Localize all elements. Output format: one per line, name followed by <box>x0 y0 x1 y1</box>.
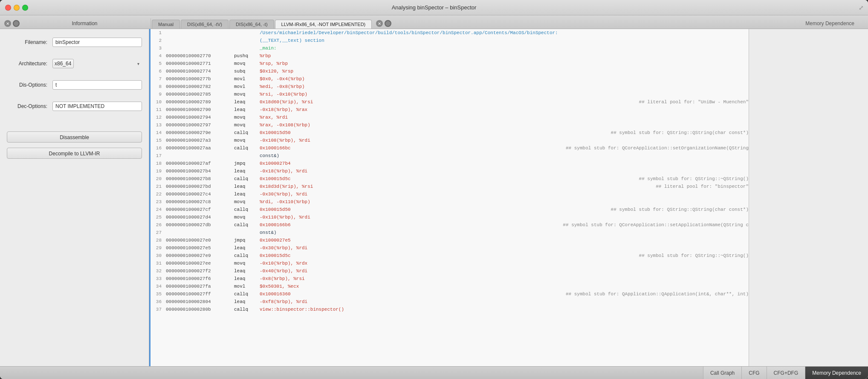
line-number: 23 <box>150 198 166 205</box>
line-operands: %rdi, -0x110(%rbp) <box>260 198 749 205</box>
table-row: 2(__TEXT,__text) section <box>150 37 749 44</box>
line-operands: -0x40(%rbp), %rdi <box>260 268 749 274</box>
line-operands: $0x120, %rsp <box>260 68 749 75</box>
line-operands: /Users/michaelriedel/Developer/binSpecto… <box>260 29 749 36</box>
toolbar-left: ✕ Information <box>2 18 151 29</box>
table-row: 2600000001000027dbcallq0x1000166b6 ## sy… <box>150 221 749 229</box>
line-number: 19 <box>150 168 166 175</box>
line-address: 00000001000027e0 <box>166 237 234 244</box>
tab-dis-t[interactable]: DIS(x86_64, -t) <box>229 20 274 29</box>
toolbar-right-circle-icon[interactable] <box>385 20 391 27</box>
tab-manual[interactable]: Manual <box>152 20 180 29</box>
table-row: 7000000010000277bmovl$0x0, -0x4(%rbp) <box>150 75 749 83</box>
line-address: 0000000100002774 <box>166 68 234 75</box>
line-mnemonic: movq <box>234 60 260 67</box>
table-row: 17const&) <box>150 152 749 160</box>
tab-dis-tv[interactable]: DIS(x86_64, -tV) <box>181 20 229 29</box>
line-mnemonic: callq <box>234 291 260 297</box>
table-row: 1900000001000027b4leaq-0x18(%rbp), %rdi <box>150 167 749 175</box>
line-comment: ## symbol stub for: QString::QString(cha… <box>609 206 749 213</box>
line-operands: -0x10(%rbp), %rdx <box>260 260 749 267</box>
line-number: 28 <box>150 237 166 244</box>
table-row: 80000000100002782movl%edi, -0x8(%rbp) <box>150 83 749 90</box>
line-address: 00000001000027f6 <box>166 275 234 282</box>
table-row: 2200000001000027c4leaq-0x30(%rbp), %rdi <box>150 190 749 198</box>
disassemble-button[interactable]: Disassemble <box>7 131 142 143</box>
line-number: 4 <box>150 52 166 59</box>
table-row: 90000000100002785movq%rsi, -0x10(%rbp) <box>150 90 749 98</box>
line-number: 16 <box>150 145 166 152</box>
table-row: 3200000001000027f2leaq-0x40(%rbp), %rdi <box>150 267 749 275</box>
main-content: Filename: Architecture: x86_64x86_32arma… <box>0 29 868 366</box>
line-address: 00000001000027e5 <box>166 245 234 251</box>
tab-llvm[interactable]: LLVM-IRx86_64, -NOT IMPLEMENTED) <box>275 20 372 29</box>
line-operands: -0x110(%rbp), %rdi <box>260 214 749 221</box>
line-operands: 0x1000027b4 <box>260 160 749 167</box>
tab-cfg-dfg[interactable]: CFG+DFG <box>767 367 805 379</box>
line-mnemonic: pushq <box>234 52 260 59</box>
table-row: 37000000010000280bcallqview::binspector:… <box>150 306 749 313</box>
line-number: 11 <box>150 106 166 113</box>
line-comment: ## symbol stub for: QString::~QString() <box>637 175 749 182</box>
toolbar-circle-icon[interactable] <box>13 20 20 27</box>
line-operands: 0x1000166bc <box>260 145 564 152</box>
line-address: 00000001000027b4 <box>166 168 234 175</box>
decompile-button[interactable]: Decompile to LLVM-IR <box>7 148 142 159</box>
toolbar: ✕ Information Manual DIS(x86_64, -tV) DI… <box>0 15 868 29</box>
line-number: 37 <box>150 306 166 313</box>
line-mnemonic: leaq <box>234 191 260 198</box>
table-row: 100000000100002789leaq0x18d60(%rip), %rs… <box>150 98 749 106</box>
line-number: 34 <box>150 283 166 290</box>
line-operands: 0x1000027e5 <box>260 237 749 244</box>
right-panel-content <box>749 29 868 366</box>
close-button[interactable] <box>5 5 11 11</box>
line-number: 1 <box>150 29 166 36</box>
line-address: 00000001000027af <box>166 160 234 167</box>
line-mnemonic: leaq <box>234 275 260 282</box>
architecture-label: Architecture: <box>7 61 47 67</box>
line-address: 0000000100002804 <box>166 298 234 305</box>
line-operands: 0x100015d5c <box>260 252 637 259</box>
tab-cfg[interactable]: CFG <box>741 367 766 379</box>
line-mnemonic: jmpq <box>234 237 260 244</box>
minimize-button[interactable] <box>14 5 20 11</box>
table-row: 2800000001000027e0jmpq0x1000027e5 <box>150 236 749 244</box>
line-operands: 0x100015d50 <box>260 129 609 136</box>
toolbar-x-icon[interactable]: ✕ <box>4 20 11 27</box>
disoptions-label: Dis-Options: <box>7 82 47 88</box>
line-number: 27 <box>150 229 166 236</box>
table-row: 1/Users/michaelriedel/Developer/binSpect… <box>150 29 749 37</box>
line-address: 00000001000027fa <box>166 283 234 290</box>
table-row: 14000000010000279ecallq0x100015d50 ## sy… <box>150 129 749 137</box>
table-row: 40000000100002770pushq%rbp <box>150 52 749 60</box>
architecture-select[interactable]: x86_64x86_32armarm64 <box>52 59 74 68</box>
line-address: 00000001000027f2 <box>166 268 234 274</box>
line-mnemonic: leaq <box>234 183 260 190</box>
filename-input[interactable] <box>52 38 142 47</box>
line-number: 32 <box>150 268 166 274</box>
maximize-button[interactable] <box>22 5 28 11</box>
line-mnemonic: subq <box>234 68 260 75</box>
table-row: 3300000001000027f6leaq-0x8(%rbp), %rsi <box>150 275 749 283</box>
decoptions-input[interactable] <box>52 102 142 111</box>
tab-call-graph[interactable]: Call Graph <box>703 367 741 379</box>
line-mnemonic: callq <box>234 129 260 136</box>
line-number: 12 <box>150 114 166 121</box>
table-row: 3400000001000027famovl$0x50301, %ecx <box>150 283 749 290</box>
line-mnemonic: leaq <box>234 245 260 251</box>
toolbar-right-x-icon[interactable]: ✕ <box>376 20 383 27</box>
line-operands: %rsi, -0x10(%rbp) <box>260 91 749 98</box>
table-row: 3500000001000027ffcallq0x100016360 ## sy… <box>150 290 749 298</box>
line-number: 18 <box>150 160 166 167</box>
line-operands: -0x30(%rbp), %rdi <box>260 245 749 251</box>
code-panel: 1/Users/michaelriedel/Developer/binSpect… <box>149 29 749 366</box>
line-number: 29 <box>150 245 166 251</box>
code-container[interactable]: 1/Users/michaelriedel/Developer/binSpect… <box>149 29 749 366</box>
line-number: 6 <box>150 68 166 75</box>
line-operands: -0x18(%rbp), %rdi <box>260 168 749 175</box>
line-number: 22 <box>150 191 166 198</box>
line-mnemonic: movq <box>234 214 260 221</box>
disoptions-input[interactable] <box>52 80 142 90</box>
tab-memory-dependence[interactable]: Memory Dependence <box>805 367 868 379</box>
line-operands: $0x0, -0x4(%rbp) <box>260 76 749 82</box>
